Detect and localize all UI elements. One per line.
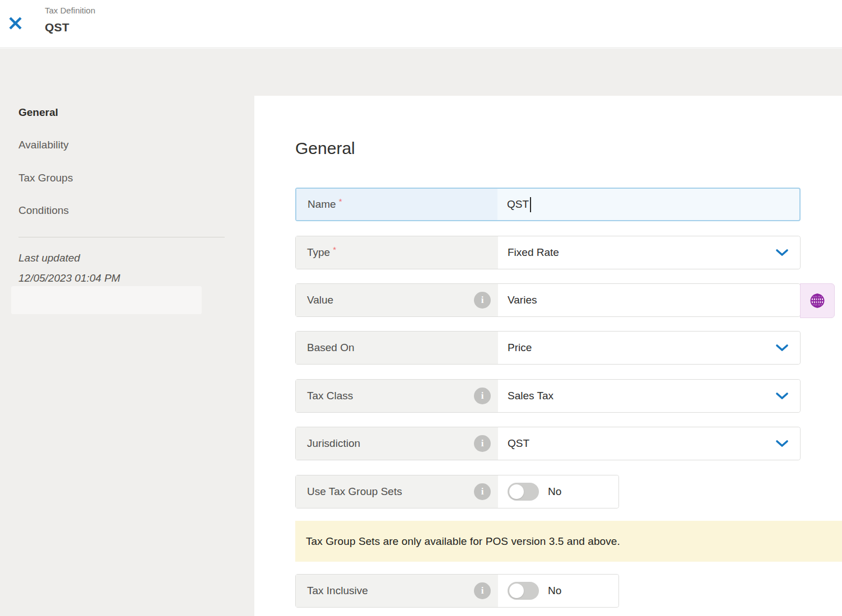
name-label: Name *: [296, 189, 497, 220]
jurisdiction-dropdown[interactable]: QST: [498, 427, 800, 460]
tax-class-dropdown-value: Sales Tax: [508, 390, 553, 402]
close-button[interactable]: [6, 14, 24, 32]
sidebar-item-conditions[interactable]: Conditions: [18, 204, 69, 217]
chevron-down-icon: [775, 392, 789, 400]
use-tax-group-sets-toggle[interactable]: [508, 483, 539, 501]
main-panel: General Name * QST Type * Fix: [254, 96, 842, 616]
field-row-tax-inclusive: Tax Inclusive i No: [295, 574, 619, 608]
tax-class-dropdown[interactable]: Sales Tax: [498, 380, 800, 412]
tax-inclusive-label: Tax Inclusive i: [296, 575, 498, 607]
field-row-name: Name * QST: [295, 188, 801, 221]
type-dropdown-value: Fixed Rate: [508, 246, 559, 259]
use-tax-group-sets-control: No: [498, 475, 618, 508]
info-icon[interactable]: i: [474, 582, 491, 599]
header-eyebrow: Tax Definition: [45, 5, 95, 16]
required-asterisk: *: [333, 245, 336, 254]
info-icon[interactable]: i: [474, 435, 491, 452]
sidebar-faded-block: [11, 286, 202, 314]
tax-class-label-text: Tax Class: [307, 390, 353, 402]
field-row-use-tax-group-sets: Use Tax Group Sets i No: [295, 475, 619, 508]
globe-button[interactable]: [800, 283, 835, 318]
name-input[interactable]: QST: [497, 189, 799, 220]
jurisdiction-label-text: Jurisdiction: [307, 437, 360, 450]
jurisdiction-dropdown-value: QST: [508, 437, 529, 450]
chevron-down-icon: [775, 344, 789, 352]
field-row-tax-class: Tax Class i Sales Tax: [295, 379, 801, 413]
page-title: QST: [45, 20, 95, 35]
page-body: General Availability Tax Groups Conditio…: [0, 49, 842, 616]
tax-inclusive-toggle[interactable]: [508, 582, 539, 600]
type-label-text: Type: [307, 246, 330, 259]
tax-inclusive-control: No: [498, 575, 618, 607]
info-icon[interactable]: i: [474, 388, 491, 404]
value-field-text: Varies: [508, 294, 537, 306]
tax-group-sets-notice: Tax Group Sets are only available for PO…: [295, 521, 842, 562]
tax-class-label: Tax Class i: [296, 380, 498, 412]
value-field[interactable]: Varies: [498, 284, 800, 316]
value-label-text: Value: [307, 294, 333, 306]
use-tax-group-sets-label: Use Tax Group Sets i: [296, 475, 498, 508]
jurisdiction-label: Jurisdiction i: [296, 427, 498, 460]
text-cursor: [530, 197, 531, 212]
header-text: Tax Definition QST: [45, 5, 95, 35]
sidebar-divider: [18, 237, 225, 237]
section-heading: General: [295, 137, 355, 160]
close-icon: [8, 16, 23, 31]
info-icon[interactable]: i: [474, 483, 491, 500]
chevron-down-icon: [775, 249, 789, 256]
field-row-value: Value i Varies: [295, 283, 801, 317]
sidebar: General Availability Tax Groups Conditio…: [0, 49, 254, 616]
name-input-value: QST: [507, 198, 529, 211]
toggle-knob: [509, 584, 524, 598]
based-on-dropdown-value: Price: [508, 342, 532, 354]
last-updated-value: 12/05/2023 01:04 PM: [18, 272, 120, 285]
type-dropdown[interactable]: Fixed Rate: [498, 236, 800, 269]
name-label-text: Name: [308, 198, 336, 211]
type-label: Type *: [296, 236, 498, 269]
tax-inclusive-state: No: [548, 585, 561, 597]
sidebar-item-tax-groups[interactable]: Tax Groups: [18, 171, 73, 184]
value-label: Value i: [296, 284, 498, 316]
chevron-down-icon: [775, 440, 789, 447]
use-tax-group-sets-state: No: [548, 486, 561, 498]
info-icon[interactable]: i: [474, 292, 491, 309]
based-on-dropdown[interactable]: Price: [498, 332, 800, 364]
page-header: Tax Definition QST: [0, 0, 842, 48]
sidebar-item-availability[interactable]: Availability: [18, 138, 68, 151]
notice-text: Tax Group Sets are only available for PO…: [306, 535, 620, 548]
tax-definition-page: Tax Definition QST General Availability …: [0, 0, 842, 616]
sidebar-item-general[interactable]: General: [18, 106, 58, 119]
toggle-knob: [509, 484, 524, 499]
field-row-type: Type * Fixed Rate: [295, 236, 801, 269]
tax-inclusive-label-text: Tax Inclusive: [307, 585, 368, 597]
last-updated-label: Last updated: [18, 251, 80, 265]
use-tax-group-sets-label-text: Use Tax Group Sets: [307, 486, 402, 498]
globe-icon: [808, 292, 826, 310]
based-on-label: Based On: [296, 332, 498, 364]
field-row-based-on: Based On Price: [295, 331, 801, 365]
required-asterisk: *: [339, 197, 342, 206]
based-on-label-text: Based On: [307, 342, 355, 354]
field-row-jurisdiction: Jurisdiction i QST: [295, 427, 801, 460]
